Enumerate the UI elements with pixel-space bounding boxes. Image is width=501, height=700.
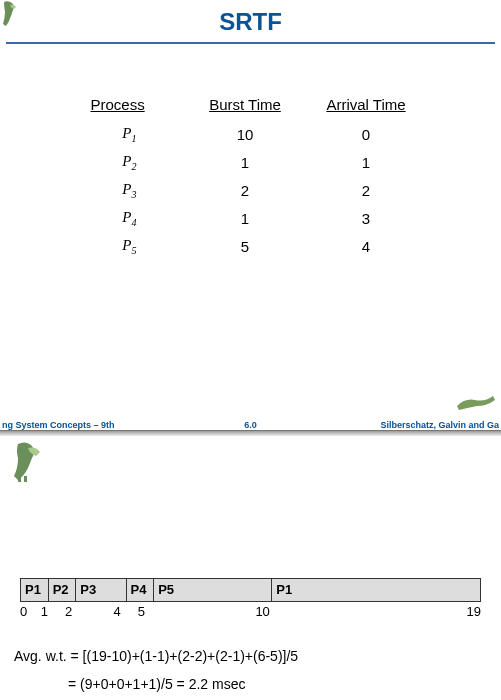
dinosaur-icon: [8, 440, 56, 484]
arrival-time: 2: [304, 177, 429, 203]
gantt-segment: P1: [21, 579, 49, 601]
col-header-process: Process: [73, 96, 187, 119]
process-name: P3: [73, 177, 187, 203]
dinosaur-footer-icon: [455, 390, 495, 412]
gantt-segment: P2: [49, 579, 77, 601]
slide-top: SRTF Process Burst Time Arrival Time P11…: [0, 0, 501, 430]
calculation-block: Avg. w.t. = [(19-10)+(1-1)+(2-2)+(2-1)+(…: [14, 642, 501, 698]
burst-time: 1: [188, 149, 301, 175]
slide-bottom: P1P2P3P4P5P1 012451019 Avg. w.t. = [(19-…: [0, 436, 501, 698]
gantt-chart: P1P2P3P4P5P1 012451019: [20, 578, 481, 620]
table-row: P322: [73, 177, 429, 203]
arrival-time: 1: [304, 149, 429, 175]
footer-left: ng System Concepts – 9th: [2, 420, 115, 430]
burst-time: 10: [188, 121, 301, 147]
table-row: P1100: [73, 121, 429, 147]
col-header-arrival: Arrival Time: [304, 96, 429, 119]
gantt-tick: 0: [20, 604, 27, 619]
gantt-segment: P4: [127, 579, 155, 601]
gantt-segment: P3: [76, 579, 126, 601]
table-row: P554: [73, 233, 429, 259]
gantt-tick: 19: [467, 604, 481, 619]
process-name: P4: [73, 205, 187, 231]
arrival-time: 4: [304, 233, 429, 259]
process-name: P2: [73, 149, 187, 175]
col-header-burst: Burst Time: [188, 96, 301, 119]
arrival-time: 0: [304, 121, 429, 147]
calc-line-2: = (9+0+0+1+1)/5 = 2.2 msec: [14, 670, 501, 698]
footer-center: 6.0: [244, 420, 257, 430]
process-table: Process Burst Time Arrival Time P1100P21…: [71, 94, 431, 261]
table-row: P413: [73, 205, 429, 231]
calc-line-1: Avg. w.t. = [(19-10)+(1-1)+(2-2)+(2-1)+(…: [14, 642, 501, 670]
arrival-time: 3: [304, 205, 429, 231]
gantt-segment: P1: [272, 579, 480, 601]
gantt-tick: 2: [65, 604, 72, 619]
gantt-tick: 5: [138, 604, 145, 619]
svg-rect-0: [18, 476, 21, 482]
slide-title: SRTF: [0, 0, 501, 36]
svg-rect-1: [24, 476, 27, 482]
gantt-segment: P5: [154, 579, 272, 601]
process-name: P1: [73, 121, 187, 147]
burst-time: 2: [188, 177, 301, 203]
table-row: P211: [73, 149, 429, 175]
title-underline: [6, 42, 495, 44]
gantt-tick: 1: [41, 604, 48, 619]
gantt-tick: 10: [255, 604, 269, 619]
footer-right: Silberschatz, Galvin and Ga: [380, 420, 499, 430]
burst-time: 5: [188, 233, 301, 259]
gantt-tick: 4: [113, 604, 120, 619]
process-name: P5: [73, 233, 187, 259]
burst-time: 1: [188, 205, 301, 231]
dinosaur-icon: [0, 0, 24, 30]
